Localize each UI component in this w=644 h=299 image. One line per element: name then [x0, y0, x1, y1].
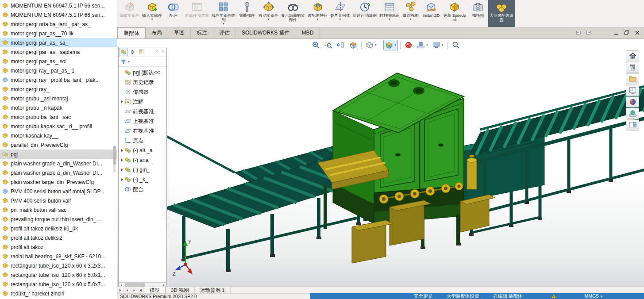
- next-window-button[interactable]: [585, 30, 592, 36]
- display-style-button[interactable]: ▼: [364, 40, 378, 50]
- document-list-item[interactable]: rectangular tube_iso_120 x 60 x 3.2x3...: [0, 261, 117, 270]
- zoom-area-button[interactable]: [323, 40, 334, 50]
- document-list-scrollbar[interactable]: [113, 146, 116, 172]
- expand-arrow-icon[interactable]: [120, 158, 124, 162]
- document-list-item[interactable]: motor gergi par_as__70 lik: [0, 29, 117, 38]
- last-tab-button[interactable]: [137, 287, 144, 293]
- previous-view-button[interactable]: [335, 40, 347, 50]
- folder-button[interactable]: [626, 73, 639, 84]
- document-list-item[interactable]: rectangular tube_iso_120 x 60 x 5.0x7...: [0, 280, 117, 289]
- scroll-left-button[interactable]: [119, 283, 124, 287]
- feature-tree-item[interactable]: A注解: [119, 97, 166, 107]
- document-list-item[interactable]: radial ball bearing_68_skf_SKF - 6210...: [0, 252, 117, 261]
- document-list-item[interactable]: prevailing torque nut thin insert_din_..…: [0, 215, 117, 224]
- document-list-item[interactable]: motor gergi par_as_ sol: [0, 57, 117, 66]
- recycle-bin-button[interactable]: [626, 62, 639, 73]
- document-list-item[interactable]: PMV 400 serisi buton valf mntaj.SLDP...: [0, 187, 117, 196]
- large-assembly-settings-button[interactable]: 大型装配体设置: [488, 0, 515, 27]
- document-list-item[interactable]: motor gergi par_as_ sa_: [0, 38, 117, 47]
- model-tab-模型[interactable]: 模型: [144, 287, 166, 293]
- feature-tree-item[interactable]: (-) ana _: [119, 155, 166, 165]
- move-component-button[interactable]: 移动零部件▼: [257, 0, 280, 27]
- show-hidden-components-button[interactable]: 显示隐藏的零部件: [280, 0, 306, 27]
- tab-mbd[interactable]: MBD: [296, 27, 320, 38]
- property-manager-tab[interactable]: [128, 48, 137, 56]
- document-list-item[interactable]: redükt_r hareket zinciri: [0, 289, 117, 298]
- display-pane-button[interactable]: [626, 119, 639, 130]
- viewport[interactable]: ▼▼▼▼ ▼ pgj (默认<<历史记录传感器A注解前视基准上视基准右视基准原点…: [117, 39, 644, 287]
- feature-panel-h-scrollbar[interactable]: [119, 282, 166, 287]
- zoom-fit-button[interactable]: [310, 40, 322, 50]
- scrollbar-thumb[interactable]: [125, 283, 145, 287]
- document-list-item[interactable]: motor gergi ray_ profil ba_lant_ plak...: [0, 75, 117, 84]
- document-list-item[interactable]: motor grubu _n kapak: [0, 103, 117, 112]
- appearance-ball-button[interactable]: [626, 96, 639, 107]
- document-list-item[interactable]: profil alt takoz: [0, 242, 117, 252]
- feature-tree-item[interactable]: (-) alt _a: [119, 146, 166, 155]
- document-list-item[interactable]: motor gergi ray_: [0, 84, 117, 94]
- document-list-item[interactable]: parallel_din_PreviewCfg: [0, 140, 117, 150]
- document-list-item[interactable]: motor gergi orta ba_lant_ par_as_: [0, 19, 117, 29]
- view-settings-button[interactable]: ▼: [431, 40, 445, 50]
- expand-arrow-icon[interactable]: [120, 168, 124, 172]
- next-tab-button[interactable]: [131, 287, 137, 293]
- close-button[interactable]: [633, 29, 641, 37]
- prev-tab-button[interactable]: [124, 287, 131, 293]
- units-selector[interactable]: MMGS ▲: [584, 293, 603, 299]
- document-list-item[interactable]: profil alt takoz deliksiz: [0, 233, 117, 242]
- previous-window-button[interactable]: [575, 29, 582, 37]
- document-list-item[interactable]: motor grubu ba_lant_ sac_: [0, 112, 117, 122]
- tab-标注[interactable]: 标注: [191, 27, 213, 38]
- smart-fasteners-button[interactable]: 智能扣件: [237, 0, 257, 27]
- reference-geometry-button[interactable]: 参考几何体▼: [329, 0, 351, 27]
- document-list-item[interactable]: motor grubu _asi montaj: [0, 94, 117, 103]
- scrollbar-track[interactable]: [124, 283, 161, 287]
- feature-tree-item[interactable]: 传感器: [119, 87, 166, 97]
- document-list-item[interactable]: plain washer large_din_PreviewCfg: [0, 177, 117, 187]
- tab-scroll-right-button[interactable]: [160, 48, 166, 56]
- document-list-item[interactable]: motor gergi ray_ par_as_ 1: [0, 66, 117, 75]
- expand-arrow-icon[interactable]: [120, 100, 124, 104]
- feature-tree-item[interactable]: 右视基准: [119, 126, 166, 136]
- document-list-item[interactable]: plain washer grade a_din_Washer DI...: [0, 168, 117, 177]
- model-tab-运动算例-1[interactable]: 运动算例 1: [195, 287, 231, 293]
- feature-tree-item[interactable]: 前视基准: [119, 107, 166, 116]
- take-snapshot-button[interactable]: 拍快照: [468, 0, 488, 27]
- feature-tree-item[interactable]: (-) _k_: [119, 175, 166, 184]
- bill-of-materials-button[interactable]: 材料明细表▼: [378, 0, 401, 27]
- linear-component-pattern-button[interactable]: 线性零部件阵列▼: [210, 0, 237, 27]
- document-list-item[interactable]: PMV 400 serisi buton valf: [0, 196, 117, 205]
- insert-component-button[interactable]: 插入零部件▼: [141, 0, 163, 27]
- section-view-button[interactable]: [347, 40, 359, 50]
- feature-tree-item[interactable]: (-) giri_: [119, 165, 166, 175]
- configuration-manager-tab[interactable]: [137, 48, 146, 56]
- new-motion-study-button[interactable]: 新建运动算例: [351, 0, 378, 27]
- restore-button[interactable]: [623, 29, 631, 37]
- document-list-item[interactable]: rectangular tube_iso_120 x 60 x 5.0x1...: [0, 270, 117, 280]
- tab-评估[interactable]: 评估: [213, 27, 236, 38]
- tab-scroll-left-button[interactable]: [154, 48, 160, 56]
- feature-tree-item[interactable]: 上视基准: [119, 116, 166, 126]
- document-list-item[interactable]: pgj: [0, 150, 117, 159]
- document-list-item[interactable]: motor gergi par_as_ saplama: [0, 47, 117, 57]
- instant3d-button[interactable]: Instant3D: [421, 0, 441, 27]
- document-list-item[interactable]: MOMENTUM EN 60947.5.1 IP 66 sen...: [0, 1, 117, 10]
- edit-appearance-button[interactable]: [403, 40, 414, 50]
- feature-tree-item[interactable]: pgj (默认<<: [119, 68, 166, 77]
- drawing-button[interactable]: [626, 85, 639, 96]
- minimize-button[interactable]: [612, 29, 620, 37]
- exploded-view-button[interactable]: 爆炸视图▼: [401, 0, 421, 27]
- feature-tree-item[interactable]: 原点: [119, 136, 166, 146]
- document-list-item[interactable]: motor kasnak kay__: [0, 131, 117, 140]
- model-tab-3d-视图[interactable]: 3D 视图: [166, 287, 195, 293]
- tab-装配体[interactable]: 装配体: [117, 27, 146, 38]
- document-list-item[interactable]: profil alt takoz deliksiz kü_ük: [0, 224, 117, 233]
- feature-tree-item[interactable]: 历史记录: [119, 77, 166, 87]
- component-preview-window-button[interactable]: 零部件预览窗: [184, 0, 210, 27]
- feature-tree-item[interactable]: 配合: [119, 184, 166, 194]
- document-list-item[interactable]: pn_matik buton valf sac_: [0, 205, 117, 215]
- document-list-item[interactable]: motor grubu kapak sac_ d__ profili: [0, 122, 117, 131]
- document-list-item[interactable]: plain washer grade a_din_Washer DI...: [0, 159, 117, 168]
- feature-tree-filter[interactable]: ▼: [119, 57, 166, 67]
- view-orientation-button[interactable]: ▼: [383, 40, 398, 50]
